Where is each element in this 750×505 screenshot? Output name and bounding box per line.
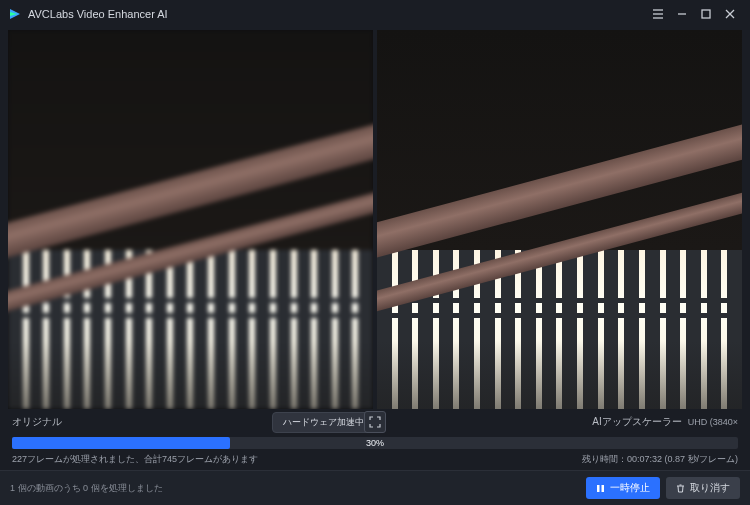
original-label: オリジナル [12,416,62,427]
trash-icon [676,484,685,493]
close-button[interactable] [718,2,742,26]
menu-button[interactable] [646,2,670,26]
pause-button[interactable]: 一時停止 [586,477,660,499]
maximize-button[interactable] [694,2,718,26]
original-frame [8,30,373,409]
app-title: AVCLabs Video Enhancer AI [28,8,168,20]
progress-fill [12,437,230,449]
footer: 1 個の動画のうち 0 個を処理しました 一時停止 取り消す [0,470,750,505]
frames-status: 227フレームが処理されました、合計745フレームがあります [12,454,258,464]
hw-accel-label: ハードウェア加速中 [283,417,364,427]
remaining-time: 残り時間：00:07:32 (0.87 秒/フレーム) [582,454,738,464]
cancel-button[interactable]: 取り消す [666,477,740,499]
titlebar: AVCLabs Video Enhancer AI [0,0,750,28]
app-logo-icon [8,7,22,21]
compare-area [0,28,750,409]
progress-percent: 30% [366,438,384,448]
queue-status: 1 個の動画のうち 0 個を処理しました [10,483,163,493]
compare-labels-row: オリジナル ハードウェア加速中 AIアップスケーラー UHD (3840× [0,409,750,433]
progress-info-row: 227フレームが処理されました、合計745フレームがあります 残り時間：00:0… [0,451,750,470]
progress-bar: 30% [12,437,738,449]
minimize-button[interactable] [670,2,694,26]
svg-rect-9 [597,485,600,492]
expand-button[interactable] [364,411,386,433]
hw-accel-chip: ハードウェア加速中 [272,412,375,433]
cancel-label: 取り消す [690,481,730,495]
resolution-label: UHD (3840× [688,417,738,427]
pause-label: 一時停止 [610,481,650,495]
original-pane [8,30,373,409]
upscaled-frame [377,30,742,409]
upscaled-pane [377,30,742,409]
progress-section: 30% [0,433,750,451]
svg-rect-10 [602,485,605,492]
svg-rect-6 [702,10,710,18]
pause-icon [596,484,605,493]
upscaled-label: AIアップスケーラー [592,415,681,429]
